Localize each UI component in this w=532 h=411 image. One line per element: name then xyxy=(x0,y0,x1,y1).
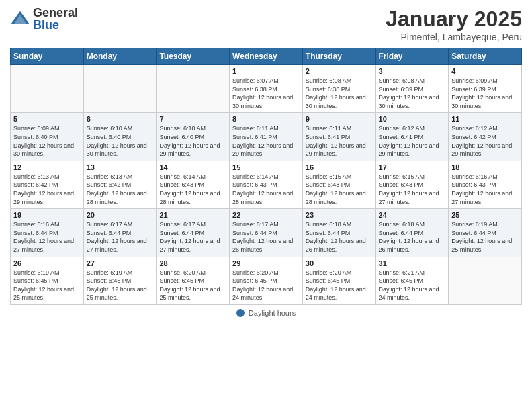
day-info: Sunrise: 6:07 AM Sunset: 6:38 PM Dayligh… xyxy=(232,77,300,110)
day-info: Sunrise: 6:17 AM Sunset: 6:44 PM Dayligh… xyxy=(232,220,300,254)
calendar-header-row: SundayMondayTuesdayWednesdayThursdayFrid… xyxy=(11,48,522,65)
title-block: January 2025 Pimentel, Lambayeque, Peru xyxy=(386,7,522,42)
day-number: 27 xyxy=(87,259,154,267)
calendar-cell: 18Sunrise: 6:16 AM Sunset: 6:43 PM Dayli… xyxy=(449,161,522,208)
calendar-cell: 10Sunrise: 6:12 AM Sunset: 6:41 PM Dayli… xyxy=(375,113,449,161)
calendar-cell xyxy=(157,65,230,113)
calendar-cell: 21Sunrise: 6:17 AM Sunset: 6:44 PM Dayli… xyxy=(157,209,230,257)
calendar-cell: 13Sunrise: 6:13 AM Sunset: 6:42 PM Dayli… xyxy=(83,161,157,208)
calendar-week-row: 19Sunrise: 6:16 AM Sunset: 6:44 PM Dayli… xyxy=(11,209,522,257)
footer-dot xyxy=(236,309,245,317)
calendar-cell: 31Sunrise: 6:21 AM Sunset: 6:45 PM Dayli… xyxy=(375,257,449,304)
calendar-cell xyxy=(449,257,522,304)
calendar-cell: 5Sunrise: 6:09 AM Sunset: 6:40 PM Daylig… xyxy=(11,113,84,161)
day-number: 16 xyxy=(306,163,373,171)
day-number: 4 xyxy=(451,67,519,75)
footer: Daylight hours xyxy=(10,309,522,317)
calendar-cell: 28Sunrise: 6:20 AM Sunset: 6:45 PM Dayli… xyxy=(157,257,230,304)
calendar-cell: 15Sunrise: 6:14 AM Sunset: 6:43 PM Dayli… xyxy=(230,161,303,208)
calendar-cell: 30Sunrise: 6:20 AM Sunset: 6:45 PM Dayli… xyxy=(302,257,375,304)
day-number: 17 xyxy=(379,163,446,171)
day-info: Sunrise: 6:17 AM Sunset: 6:44 PM Dayligh… xyxy=(159,220,226,254)
day-info: Sunrise: 6:09 AM Sunset: 6:40 PM Dayligh… xyxy=(13,124,81,158)
calendar-cell: 4Sunrise: 6:09 AM Sunset: 6:39 PM Daylig… xyxy=(449,65,522,113)
logo-blue-text: Blue xyxy=(33,18,59,32)
day-number: 11 xyxy=(451,115,519,123)
day-number: 3 xyxy=(379,67,446,75)
day-number: 19 xyxy=(13,211,81,219)
day-info: Sunrise: 6:13 AM Sunset: 6:42 PM Dayligh… xyxy=(13,173,81,206)
col-header-thursday: Thursday xyxy=(302,48,375,65)
day-number: 26 xyxy=(13,259,81,267)
day-info: Sunrise: 6:20 AM Sunset: 6:45 PM Dayligh… xyxy=(159,269,226,302)
page: General Blue January 2025 Pimentel, Lamb… xyxy=(0,0,532,411)
day-number: 29 xyxy=(232,259,300,267)
col-header-tuesday: Tuesday xyxy=(157,48,230,65)
calendar-cell: 25Sunrise: 6:19 AM Sunset: 6:44 PM Dayli… xyxy=(449,209,522,257)
calendar-cell: 9Sunrise: 6:11 AM Sunset: 6:41 PM Daylig… xyxy=(302,113,375,161)
day-info: Sunrise: 6:16 AM Sunset: 6:44 PM Dayligh… xyxy=(13,220,81,254)
calendar-cell xyxy=(83,65,157,113)
calendar-cell: 19Sunrise: 6:16 AM Sunset: 6:44 PM Dayli… xyxy=(11,209,84,257)
header: General Blue January 2025 Pimentel, Lamb… xyxy=(10,7,522,42)
day-number: 28 xyxy=(159,259,226,267)
calendar-title: January 2025 xyxy=(386,7,522,32)
col-header-sunday: Sunday xyxy=(11,48,84,65)
calendar-cell: 16Sunrise: 6:15 AM Sunset: 6:43 PM Dayli… xyxy=(302,161,375,208)
day-info: Sunrise: 6:20 AM Sunset: 6:45 PM Dayligh… xyxy=(306,269,373,302)
day-info: Sunrise: 6:10 AM Sunset: 6:40 PM Dayligh… xyxy=(159,124,226,158)
logo-icon xyxy=(10,9,30,29)
day-info: Sunrise: 6:11 AM Sunset: 6:41 PM Dayligh… xyxy=(232,124,300,158)
day-info: Sunrise: 6:19 AM Sunset: 6:45 PM Dayligh… xyxy=(13,269,81,302)
calendar-cell: 27Sunrise: 6:19 AM Sunset: 6:45 PM Dayli… xyxy=(83,257,157,304)
day-info: Sunrise: 6:21 AM Sunset: 6:45 PM Dayligh… xyxy=(379,269,446,302)
logo: General Blue xyxy=(10,7,78,31)
day-info: Sunrise: 6:17 AM Sunset: 6:44 PM Dayligh… xyxy=(87,220,154,254)
col-header-saturday: Saturday xyxy=(449,48,522,65)
day-number: 22 xyxy=(232,211,300,219)
calendar-table: SundayMondayTuesdayWednesdayThursdayFrid… xyxy=(10,48,522,305)
logo-general-text: General xyxy=(33,6,78,19)
day-number: 30 xyxy=(306,259,373,267)
day-number: 21 xyxy=(159,211,226,219)
calendar-cell: 26Sunrise: 6:19 AM Sunset: 6:45 PM Dayli… xyxy=(11,257,84,304)
day-info: Sunrise: 6:08 AM Sunset: 6:39 PM Dayligh… xyxy=(379,77,446,110)
col-header-wednesday: Wednesday xyxy=(230,48,303,65)
day-info: Sunrise: 6:13 AM Sunset: 6:42 PM Dayligh… xyxy=(87,173,154,206)
day-number: 6 xyxy=(87,115,154,123)
calendar-cell: 8Sunrise: 6:11 AM Sunset: 6:41 PM Daylig… xyxy=(230,113,303,161)
day-number: 7 xyxy=(159,115,226,123)
day-number: 14 xyxy=(159,163,226,171)
calendar-week-row: 26Sunrise: 6:19 AM Sunset: 6:45 PM Dayli… xyxy=(11,257,522,304)
day-number: 23 xyxy=(306,211,373,219)
calendar-cell: 6Sunrise: 6:10 AM Sunset: 6:40 PM Daylig… xyxy=(83,113,157,161)
day-info: Sunrise: 6:12 AM Sunset: 6:42 PM Dayligh… xyxy=(451,124,519,158)
day-info: Sunrise: 6:12 AM Sunset: 6:41 PM Dayligh… xyxy=(379,124,446,158)
day-number: 9 xyxy=(306,115,373,123)
day-info: Sunrise: 6:08 AM Sunset: 6:38 PM Dayligh… xyxy=(306,77,373,110)
day-number: 8 xyxy=(232,115,300,123)
day-info: Sunrise: 6:15 AM Sunset: 6:43 PM Dayligh… xyxy=(306,173,373,206)
day-number: 12 xyxy=(13,163,81,171)
calendar-cell: 2Sunrise: 6:08 AM Sunset: 6:38 PM Daylig… xyxy=(302,65,375,113)
calendar-cell: 22Sunrise: 6:17 AM Sunset: 6:44 PM Dayli… xyxy=(230,209,303,257)
day-number: 31 xyxy=(379,259,446,267)
calendar-week-row: 12Sunrise: 6:13 AM Sunset: 6:42 PM Dayli… xyxy=(11,161,522,208)
calendar-cell: 1Sunrise: 6:07 AM Sunset: 6:38 PM Daylig… xyxy=(230,65,303,113)
calendar-cell: 29Sunrise: 6:20 AM Sunset: 6:45 PM Dayli… xyxy=(230,257,303,304)
day-number: 1 xyxy=(232,67,300,75)
footer-label: Daylight hours xyxy=(249,309,296,317)
calendar-cell: 20Sunrise: 6:17 AM Sunset: 6:44 PM Dayli… xyxy=(83,209,157,257)
calendar-cell: 12Sunrise: 6:13 AM Sunset: 6:42 PM Dayli… xyxy=(11,161,84,208)
day-info: Sunrise: 6:14 AM Sunset: 6:43 PM Dayligh… xyxy=(159,173,226,206)
calendar-week-row: 5Sunrise: 6:09 AM Sunset: 6:40 PM Daylig… xyxy=(11,113,522,161)
calendar-cell: 17Sunrise: 6:15 AM Sunset: 6:43 PM Dayli… xyxy=(375,161,449,208)
day-number: 18 xyxy=(451,163,519,171)
day-info: Sunrise: 6:14 AM Sunset: 6:43 PM Dayligh… xyxy=(232,173,300,206)
calendar-week-row: 1Sunrise: 6:07 AM Sunset: 6:38 PM Daylig… xyxy=(11,65,522,113)
day-number: 15 xyxy=(232,163,300,171)
day-info: Sunrise: 6:20 AM Sunset: 6:45 PM Dayligh… xyxy=(232,269,300,302)
col-header-friday: Friday xyxy=(375,48,449,65)
calendar-cell: 7Sunrise: 6:10 AM Sunset: 6:40 PM Daylig… xyxy=(157,113,230,161)
day-number: 13 xyxy=(87,163,154,171)
